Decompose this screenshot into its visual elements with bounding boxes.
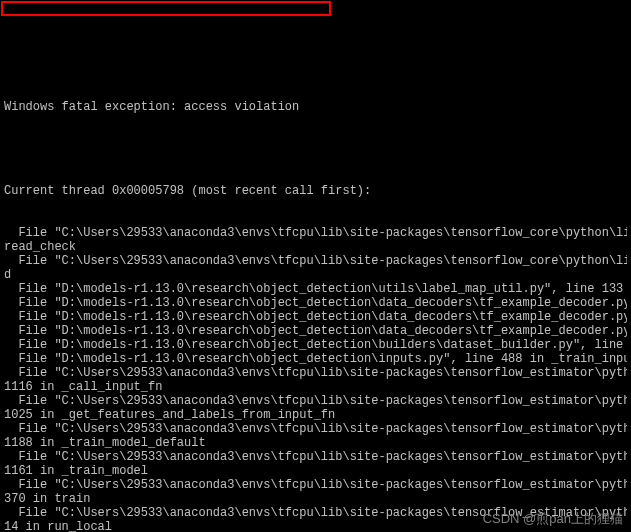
terminal-window[interactable]: Windows fatal exception: access violatio… <box>0 56 631 532</box>
traceback-line: File "C:\Users\29533\anaconda3\envs\tfcp… <box>4 450 627 464</box>
traceback-line: 370 in train <box>4 492 627 506</box>
traceback-line: 1116 in _call_input_fn <box>4 380 627 394</box>
traceback-line: 1025 in _get_features_and_labels_from_in… <box>4 408 627 422</box>
traceback-line: File "C:\Users\29533\anaconda3\envs\tfcp… <box>4 226 627 240</box>
traceback-line: 1161 in _train_model <box>4 464 627 478</box>
csdn-watermark: CSDN @煎pan上的狸猫 <box>483 512 623 526</box>
traceback-line: File "D:\models-r1.13.0\research\object_… <box>4 310 627 324</box>
traceback-line: File "D:\models-r1.13.0\research\object_… <box>4 352 627 366</box>
traceback-container: File "C:\Users\29533\anaconda3\envs\tfcp… <box>4 226 627 532</box>
traceback-line: File "D:\models-r1.13.0\research\object_… <box>4 324 627 338</box>
traceback-line: File "C:\Users\29533\anaconda3\envs\tfcp… <box>4 366 627 380</box>
traceback-line: read_check <box>4 240 627 254</box>
thread-info-line: Current thread 0x00005798 (most recent c… <box>4 184 627 198</box>
traceback-line: File "D:\models-r1.13.0\research\object_… <box>4 338 627 352</box>
traceback-line: File "C:\Users\29533\anaconda3\envs\tfcp… <box>4 478 627 492</box>
traceback-line: 1188 in _train_model_default <box>4 436 627 450</box>
traceback-line: File "D:\models-r1.13.0\research\object_… <box>4 296 627 310</box>
traceback-line: d <box>4 268 627 282</box>
blank-line <box>4 142 627 156</box>
fatal-exception-line: Windows fatal exception: access violatio… <box>4 100 627 114</box>
traceback-line: File "C:\Users\29533\anaconda3\envs\tfcp… <box>4 422 627 436</box>
traceback-line: File "C:\Users\29533\anaconda3\envs\tfcp… <box>4 254 627 268</box>
traceback-line: File "D:\models-r1.13.0\research\object_… <box>4 282 627 296</box>
traceback-line: File "C:\Users\29533\anaconda3\envs\tfcp… <box>4 394 627 408</box>
